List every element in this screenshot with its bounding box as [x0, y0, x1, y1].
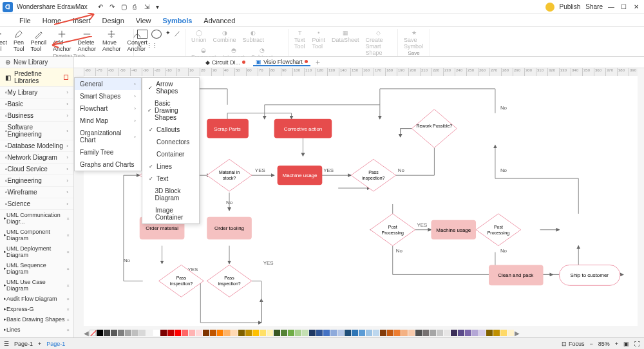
- color-swatch[interactable]: [345, 330, 351, 336]
- menu-view[interactable]: View: [136, 17, 151, 24]
- color-swatch[interactable]: [359, 330, 365, 336]
- menu-symbols[interactable]: Symbols: [163, 17, 193, 24]
- dropdown-check-item[interactable]: Connectors: [142, 136, 199, 148]
- color-swatch[interactable]: [387, 330, 393, 336]
- dropdown-item[interactable]: Mind Map›: [75, 115, 141, 127]
- export-icon[interactable]: ⇲: [144, 3, 152, 11]
- minimize-icon[interactable]: —: [608, 3, 616, 11]
- colorbar-prev-button[interactable]: ◀: [84, 330, 89, 337]
- color-swatch[interactable]: [337, 330, 344, 336]
- color-swatch[interactable]: [104, 330, 110, 336]
- accordion-software-engineering[interactable]: ▫ Software Engineering›: [0, 122, 73, 140]
- dropdown-check-item[interactable]: ✓Arrow Shapes: [142, 78, 199, 97]
- add-page-button[interactable]: +: [38, 341, 41, 347]
- remove-library-icon[interactable]: ×: [66, 283, 70, 288]
- tab-visio[interactable]: ▣Visio Flowchart: [253, 59, 310, 66]
- accordion-engineering[interactable]: ▫ Engineering›: [0, 175, 73, 187]
- color-swatch[interactable]: [444, 330, 450, 336]
- remove-library-icon[interactable]: ×: [66, 296, 70, 302]
- color-swatch[interactable]: [182, 330, 188, 336]
- color-swatch[interactable]: [203, 330, 209, 336]
- dropdown-check-item[interactable]: ✓Lines: [142, 160, 199, 173]
- accordion-basic[interactable]: ▫ Basic›: [0, 99, 73, 110]
- remove-library-icon[interactable]: ×: [66, 249, 70, 255]
- color-swatch[interactable]: [267, 330, 273, 336]
- color-swatch[interactable]: [479, 330, 486, 336]
- dropdown-check-item[interactable]: ✓Basic Drawing Shapes: [142, 97, 199, 124]
- library-item[interactable]: ▸ UML Deployment Diagram×: [0, 243, 73, 260]
- color-swatch[interactable]: [415, 330, 422, 336]
- dropdown-check-item[interactable]: 3D Block Diagram: [142, 185, 199, 204]
- remove-library-icon[interactable]: ×: [66, 232, 70, 238]
- add-anchor-button[interactable]: Add Anchor: [51, 29, 73, 53]
- accordion-wireframe[interactable]: ▫ Wireframe›: [0, 187, 73, 198]
- menu-file[interactable]: File: [19, 17, 31, 24]
- color-swatch[interactable]: [437, 330, 443, 336]
- color-swatch[interactable]: [175, 330, 181, 336]
- predefine-libraries-button[interactable]: ◧ Predefine Libraries: [0, 68, 73, 87]
- move-anchor-button[interactable]: Move Anchor: [100, 29, 123, 53]
- color-swatch[interactable]: [288, 330, 294, 336]
- color-swatch[interactable]: [252, 330, 259, 336]
- remove-library-icon[interactable]: ×: [66, 317, 70, 323]
- focus-mode-button[interactable]: ⊡ Focus: [562, 341, 584, 347]
- color-swatch[interactable]: [281, 330, 287, 336]
- pencil-tool-button[interactable]: Pencil Tool: [28, 29, 48, 53]
- color-swatch[interactable]: [309, 330, 316, 336]
- accordion-network-diagram[interactable]: ▫ Network Diagram›: [0, 152, 73, 164]
- ellipse-shape-button[interactable]: [151, 30, 162, 39]
- colorbar-next-button[interactable]: ▶: [515, 330, 520, 337]
- undo-icon[interactable]: ↶: [98, 3, 106, 11]
- no-fill-swatch[interactable]: [90, 330, 96, 336]
- color-swatch[interactable]: [408, 330, 415, 336]
- color-swatch[interactable]: [274, 330, 280, 336]
- library-item[interactable]: ▸ Lines×: [0, 325, 73, 335]
- color-swatch[interactable]: [224, 330, 231, 336]
- color-swatch[interactable]: [330, 330, 337, 336]
- remove-library-icon[interactable]: ×: [66, 327, 70, 333]
- library-item[interactable]: ▸ UML Communication Diagr...×: [0, 210, 73, 227]
- color-swatch[interactable]: [167, 330, 174, 336]
- tab-circuit[interactable]: ◆Circuit Di...: [203, 59, 248, 66]
- color-swatch[interactable]: [422, 330, 429, 336]
- page-list-icon[interactable]: ☰: [4, 341, 9, 347]
- library-item[interactable]: ▸ Audit Flow Diagram×: [0, 294, 73, 304]
- fullscreen-icon[interactable]: ⛶: [634, 341, 640, 347]
- library-item[interactable]: ▸ UML Sequence Diagram×: [0, 260, 73, 277]
- color-swatch[interactable]: [458, 330, 464, 336]
- color-swatch[interactable]: [196, 330, 202, 336]
- color-swatch[interactable]: [493, 330, 500, 336]
- zoom-out-button[interactable]: −: [589, 341, 592, 347]
- color-swatch[interactable]: [210, 330, 216, 336]
- library-item[interactable]: ▸ Express-G×: [0, 304, 73, 314]
- dropdown-item[interactable]: Family Tree: [75, 146, 141, 158]
- color-swatch[interactable]: [472, 330, 478, 336]
- dropdown-check-item[interactable]: ✓Callouts: [142, 124, 199, 136]
- dropdown-item[interactable]: Smart Shapes›: [75, 90, 141, 102]
- zoom-in-button[interactable]: +: [615, 341, 618, 347]
- color-swatch[interactable]: [153, 330, 160, 336]
- dropdown-item[interactable]: Organizational Chart›: [75, 127, 141, 146]
- menu-design[interactable]: Design: [102, 17, 124, 24]
- color-swatch[interactable]: [323, 330, 330, 336]
- color-swatch[interactable]: [118, 330, 124, 336]
- redo-icon[interactable]: ↷: [109, 3, 117, 11]
- color-swatch[interactable]: [366, 330, 372, 336]
- select-tool-button[interactable]: Select Tool: [0, 29, 9, 53]
- color-swatch[interactable]: [401, 330, 408, 336]
- dropdown-item[interactable]: General›: [75, 78, 141, 90]
- color-swatch[interactable]: [507, 330, 514, 336]
- save-icon[interactable]: ⎙: [133, 3, 140, 11]
- menu-home[interactable]: Home: [43, 17, 61, 24]
- remove-library-icon[interactable]: ×: [66, 266, 70, 272]
- qat-more-icon[interactable]: ▾: [156, 3, 164, 11]
- color-swatch[interactable]: [245, 330, 252, 336]
- color-swatch[interactable]: [146, 330, 153, 336]
- open-icon[interactable]: ▢: [121, 3, 129, 11]
- color-swatch[interactable]: [231, 330, 238, 336]
- dropdown-item[interactable]: Flowchart›: [75, 102, 141, 115]
- library-item[interactable]: ▸ Basic Drawing Shapes×: [0, 314, 73, 325]
- color-swatch[interactable]: [302, 330, 308, 336]
- color-swatch[interactable]: [97, 330, 103, 336]
- color-swatch[interactable]: [352, 330, 358, 336]
